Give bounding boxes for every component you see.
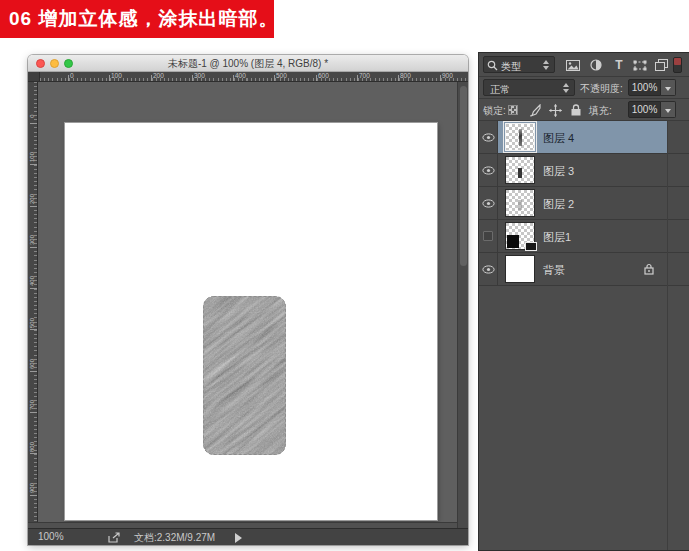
filter-smart-object-layers-button[interactable] xyxy=(652,57,670,73)
lock-icon xyxy=(571,104,581,116)
v-ruler-label: 0 xyxy=(29,106,35,126)
fill-label: 填充: xyxy=(589,104,612,118)
document-size-info: 文档:2.32M/9.27M xyxy=(134,531,215,545)
layer-thumbnail[interactable] xyxy=(505,189,535,217)
filter-shape-layers-button[interactable] xyxy=(631,57,649,73)
layer-row-3[interactable]: 图层 3 xyxy=(479,154,689,187)
opacity-label: 不透明度: xyxy=(580,82,623,96)
v-ruler-label: 700 xyxy=(29,395,35,415)
layer-row-2[interactable]: 图层 2 xyxy=(479,187,689,220)
filter-image-layers-button[interactable] xyxy=(564,57,582,73)
eye-icon xyxy=(482,265,495,274)
layers-panel: 类型 T xyxy=(478,52,689,551)
layers-list: 图层 4 图层 3 xyxy=(479,121,689,286)
screen: 06 增加立体感，涂抹出暗部。 未标题-1 @ 100% (图层 4, RGB/… xyxy=(0,0,689,551)
layer-visibility-toggle[interactable] xyxy=(479,253,498,285)
layer-row-1[interactable]: 图层1 xyxy=(479,220,689,253)
image-icon xyxy=(566,60,580,71)
v-ruler-label: 600 xyxy=(29,354,35,374)
step-banner: 06 增加立体感，涂抹出暗部。 xyxy=(0,0,274,38)
h-ruler-label: 800 xyxy=(400,72,411,79)
layer-name[interactable]: 背景 xyxy=(543,263,565,278)
opacity-value-field[interactable]: 100% xyxy=(628,79,661,96)
adjustment-circle-icon xyxy=(590,59,602,71)
h-ruler-label: 200 xyxy=(153,72,164,79)
h-ruler-label: 100 xyxy=(111,72,122,79)
filter-adjustment-layers-button[interactable] xyxy=(587,57,605,73)
ruler-corner xyxy=(28,72,40,82)
filter-type-value: 类型 xyxy=(501,60,521,74)
filter-type-select[interactable]: 类型 xyxy=(483,56,555,73)
document-canvas[interactable] xyxy=(65,123,437,520)
filter-type-layers-button[interactable]: T xyxy=(610,57,628,73)
layer-row-4[interactable]: 图层 4 xyxy=(479,121,689,154)
v-ruler-label: 900 xyxy=(29,478,35,498)
fill-value-field[interactable]: 100% xyxy=(628,101,661,118)
layers-icon xyxy=(655,59,668,71)
lock-buttons xyxy=(506,103,583,117)
blend-mode-select[interactable]: 正常 xyxy=(483,79,575,96)
lock-transparency-button[interactable] xyxy=(506,103,520,117)
eye-icon xyxy=(482,199,495,208)
v-ruler-label: 200 xyxy=(29,189,35,209)
h-ruler-label: 300 xyxy=(194,72,205,79)
layer-visibility-toggle[interactable] xyxy=(479,121,498,153)
layer-visibility-toggle[interactable] xyxy=(479,220,498,252)
zoom-level-field[interactable]: 100% xyxy=(38,531,64,542)
h-ruler-label: 600 xyxy=(318,72,329,79)
document-window: 未标题-1 @ 100% (图层 4, RGB/8) * 0 100 200 3… xyxy=(28,55,468,545)
vertical-ruler: 0 100 200 300 400 500 600 700 800 900 xyxy=(28,82,38,528)
layer-filter-row: 类型 T xyxy=(479,53,689,77)
layer-thumbnail[interactable] xyxy=(505,123,535,151)
vertical-scrollbar[interactable] xyxy=(457,82,468,528)
transform-badge-icon xyxy=(525,242,537,251)
select-arrows-icon xyxy=(562,82,571,94)
layer-thumbnail[interactable] xyxy=(505,255,535,283)
layer-filter-toggle-knob xyxy=(674,58,681,65)
layer-thumbnail[interactable] xyxy=(505,222,535,250)
h-ruler-label: 400 xyxy=(235,72,246,79)
blend-opacity-row: 正常 不透明度: 100% xyxy=(479,77,689,99)
smudge-artwork[interactable] xyxy=(203,296,286,455)
opacity-dropdown-button[interactable] xyxy=(661,79,676,96)
layer-visibility-toggle[interactable] xyxy=(479,154,498,186)
layer-name[interactable]: 图层 4 xyxy=(543,131,574,146)
v-ruler-label: 500 xyxy=(29,313,35,333)
layer-name[interactable]: 图层 3 xyxy=(543,164,574,179)
layer-name[interactable]: 图层 2 xyxy=(543,197,574,212)
layer-visibility-toggle[interactable] xyxy=(479,187,498,219)
transparency-checker-icon xyxy=(508,105,518,115)
window-title: 未标题-1 @ 100% (图层 4, RGB/8) * xyxy=(28,55,468,72)
lock-label: 锁定: xyxy=(483,104,506,118)
share-icon[interactable] xyxy=(108,532,121,543)
lock-position-button[interactable] xyxy=(548,103,562,117)
layer-thumbnail[interactable] xyxy=(505,156,535,184)
bounding-box-icon xyxy=(633,60,647,71)
h-ruler-label: 0 xyxy=(70,72,74,79)
v-ruler-label: 300 xyxy=(29,230,35,250)
background-lock-icon xyxy=(644,263,654,275)
vertical-scrollbar-thumb[interactable] xyxy=(460,86,467,266)
status-options-button[interactable] xyxy=(235,533,242,543)
panel-scrollbar[interactable] xyxy=(667,121,682,550)
v-ruler-label: 400 xyxy=(29,271,35,291)
v-ruler-label: 100 xyxy=(29,147,35,167)
layer-name[interactable]: 图层1 xyxy=(543,230,571,245)
h-ruler-label: 700 xyxy=(359,72,370,79)
lock-all-button[interactable] xyxy=(569,103,583,117)
lock-pixels-button[interactable] xyxy=(527,103,541,117)
horizontal-ruler: 0 100 200 300 400 500 600 700 800 900 xyxy=(28,72,468,82)
eye-icon xyxy=(482,133,495,142)
status-bar: 100% 文档:2.32M/9.27M xyxy=(28,528,468,545)
fill-dropdown-button[interactable] xyxy=(661,101,676,118)
smudge-texture xyxy=(203,296,286,455)
h-ruler-label: 900 xyxy=(442,72,453,79)
brush-icon xyxy=(528,104,541,117)
canvas-area[interactable]: 0 100 200 300 400 500 600 700 800 900 xyxy=(28,82,468,528)
lock-fill-row: 锁定: xyxy=(479,99,689,121)
search-icon xyxy=(487,60,498,71)
layer-row-background[interactable]: 背景 xyxy=(479,253,689,286)
layer-filter-toggle[interactable] xyxy=(673,57,682,73)
eye-icon xyxy=(482,166,495,175)
titlebar[interactable]: 未标题-1 @ 100% (图层 4, RGB/8) * xyxy=(28,55,468,72)
